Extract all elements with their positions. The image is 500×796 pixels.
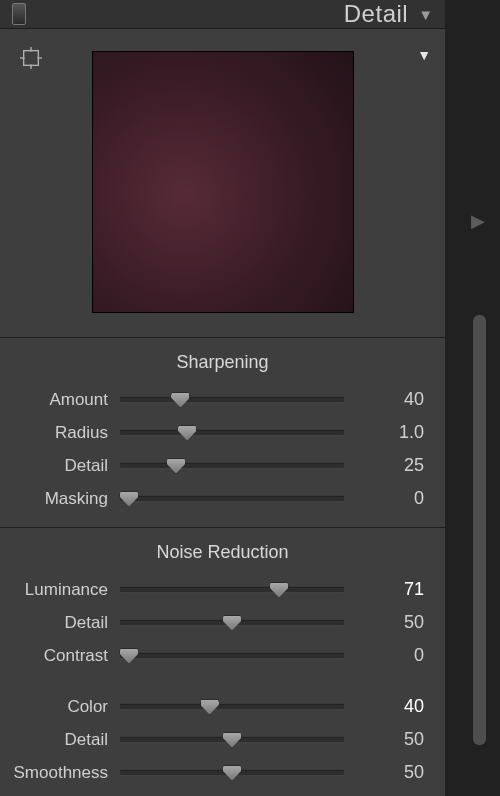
panel-title: Detail bbox=[26, 0, 418, 28]
sharpen-masking-slider[interactable] bbox=[120, 490, 344, 508]
noise-ldetail-row: Detail 50 bbox=[0, 606, 445, 639]
noise-contrast-label: Contrast bbox=[0, 646, 108, 666]
sharpen-detail-slider[interactable] bbox=[120, 457, 344, 475]
preview-menu-icon[interactable]: ▼ bbox=[417, 47, 431, 63]
noise-smoothness-slider[interactable] bbox=[120, 764, 344, 782]
noise-cdetail-slider[interactable] bbox=[120, 731, 344, 749]
noise-contrast-slider[interactable] bbox=[120, 647, 344, 665]
panel-toggle-switch[interactable] bbox=[12, 3, 26, 25]
noise-color-slider[interactable] bbox=[120, 698, 344, 716]
noise-luminance-label: Luminance bbox=[0, 580, 108, 600]
sharpen-masking-label: Masking bbox=[0, 489, 108, 509]
right-gutter: ▶ bbox=[445, 0, 500, 796]
panel-scrollbar[interactable] bbox=[473, 315, 486, 745]
sharpening-section: Sharpening Amount 40 Radius 1.0 Detail 2… bbox=[0, 338, 445, 528]
detail-panel: Detail ▼ ▼ Sharpening Amount 40 Radius 1… bbox=[0, 0, 445, 796]
noise-cdetail-value[interactable]: 50 bbox=[356, 729, 424, 750]
noise-color-label: Color bbox=[0, 697, 108, 717]
sharpen-amount-label: Amount bbox=[0, 390, 108, 410]
noise-color-value[interactable]: 40 bbox=[356, 696, 424, 717]
sharpen-amount-value[interactable]: 40 bbox=[356, 389, 424, 410]
noise-ldetail-slider[interactable] bbox=[120, 614, 344, 632]
detail-preview-section: ▼ bbox=[0, 29, 445, 338]
noise-luminance-value[interactable]: 71 bbox=[356, 579, 424, 600]
noise-luminance-slider[interactable] bbox=[120, 581, 344, 599]
sharpen-masking-row: Masking 0 bbox=[0, 482, 445, 515]
sharpen-radius-slider[interactable] bbox=[120, 424, 344, 442]
noise-smoothness-label: Smoothness bbox=[0, 763, 108, 783]
noise-smoothness-value[interactable]: 50 bbox=[356, 762, 424, 783]
noise-ldetail-value[interactable]: 50 bbox=[356, 612, 424, 633]
panel-collapse-icon[interactable]: ▼ bbox=[418, 6, 433, 23]
sharpen-radius-label: Radius bbox=[0, 423, 108, 443]
sharpen-amount-slider[interactable] bbox=[120, 391, 344, 409]
sharpen-detail-label: Detail bbox=[0, 456, 108, 476]
sharpen-masking-value[interactable]: 0 bbox=[356, 488, 424, 509]
detail-preview-image[interactable] bbox=[92, 51, 354, 313]
expand-right-icon[interactable]: ▶ bbox=[471, 210, 485, 232]
noise-contrast-value[interactable]: 0 bbox=[356, 645, 424, 666]
sharpening-title: Sharpening bbox=[0, 352, 445, 373]
noise-contrast-row: Contrast 0 bbox=[0, 639, 445, 672]
noise-title: Noise Reduction bbox=[0, 542, 445, 563]
sharpen-detail-row: Detail 25 bbox=[0, 449, 445, 482]
sharpen-radius-row: Radius 1.0 bbox=[0, 416, 445, 449]
sharpen-radius-value[interactable]: 1.0 bbox=[356, 422, 424, 443]
noise-ldetail-label: Detail bbox=[0, 613, 108, 633]
svg-rect-0 bbox=[24, 51, 39, 66]
noise-color-row: Color 40 bbox=[0, 690, 445, 723]
noise-cdetail-row: Detail 50 bbox=[0, 723, 445, 756]
noise-luminance-row: Luminance 71 bbox=[0, 573, 445, 606]
sharpen-detail-value[interactable]: 25 bbox=[356, 455, 424, 476]
noise-smoothness-row: Smoothness 50 bbox=[0, 756, 445, 789]
noise-reduction-section: Noise Reduction Luminance 71 Detail 50 C… bbox=[0, 528, 445, 796]
sharpen-amount-row: Amount 40 bbox=[0, 383, 445, 416]
pick-area-icon[interactable] bbox=[20, 47, 42, 69]
panel-header: Detail ▼ bbox=[0, 0, 445, 29]
noise-cdetail-label: Detail bbox=[0, 730, 108, 750]
